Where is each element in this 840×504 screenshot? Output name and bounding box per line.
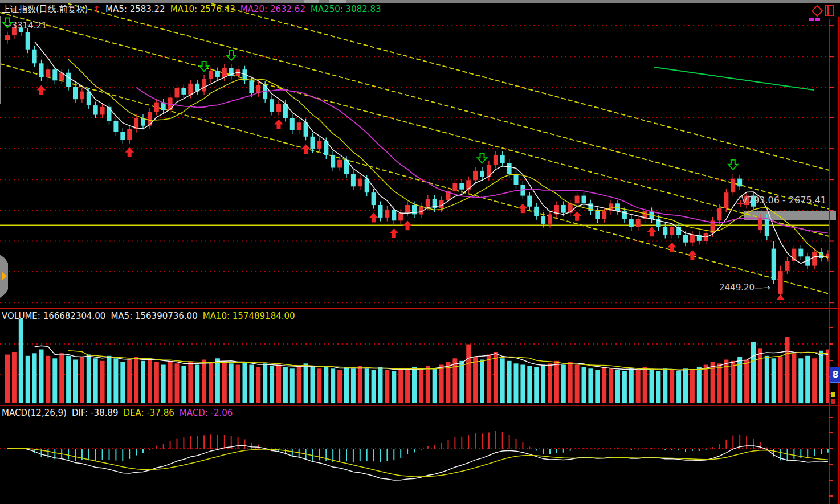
- candle-body: [636, 219, 641, 227]
- volume-bar: [263, 363, 267, 403]
- volume-bar: [426, 366, 430, 403]
- sell-arrow-icon: [199, 62, 209, 71]
- dif-value[interactable]: DIF: -38.89: [72, 408, 119, 418]
- candle-body: [602, 211, 606, 219]
- candle-body: [724, 192, 728, 208]
- volume-bar: [629, 368, 634, 403]
- macd-params[interactable]: MACD(12,26,9): [2, 408, 67, 418]
- volume-bar: [385, 370, 389, 404]
- diamond-icon: [812, 6, 822, 16]
- volume-bar: [554, 361, 559, 403]
- candle-body: [100, 107, 105, 115]
- candle-body: [215, 71, 220, 77]
- volume-bar: [609, 368, 613, 403]
- trading-app-window: 上证指数(日线.前复权)↑MA5: 2583.22MA10: 2576.43MA…: [0, 0, 840, 504]
- candle-body: [494, 155, 498, 165]
- candle-body: [473, 171, 478, 180]
- volume-bar: [107, 356, 112, 403]
- buy-arrow-icon: [647, 227, 656, 236]
- volume-bar: [59, 353, 64, 403]
- axis-label-fragment: [831, 392, 835, 397]
- channel-trendline: [0, 64, 829, 294]
- ma20-value[interactable]: MA20: 2632.62: [240, 4, 305, 14]
- volume-bar: [582, 367, 586, 403]
- candle-body: [26, 32, 30, 50]
- marker-dot-icon: [815, 18, 820, 21]
- ma250-line: [654, 67, 814, 90]
- candle-body: [372, 192, 376, 205]
- volume-bar: [473, 357, 478, 403]
- volume-bar: [717, 363, 722, 403]
- dea-value[interactable]: DEA: -37.86: [124, 408, 174, 418]
- buy-arrow-icon: [37, 85, 46, 95]
- volume-bar: [758, 348, 762, 403]
- volume-bar: [5, 355, 10, 404]
- volume-bar: [744, 360, 749, 404]
- volume-bar: [365, 368, 369, 403]
- candle-body: [358, 179, 362, 187]
- volume-bar: [663, 368, 667, 403]
- chart-canvas[interactable]: [0, 0, 840, 504]
- ma5-value[interactable]: MA5: 2583.22: [105, 4, 165, 14]
- volume-bar: [148, 358, 152, 403]
- candle-body: [466, 180, 471, 189]
- volume-bar: [622, 371, 627, 403]
- titlebar-icons[interactable]: [809, 5, 834, 21]
- candle-body: [311, 137, 315, 149]
- buy-arrow-icon: [274, 120, 283, 129]
- candle-body: [120, 132, 125, 140]
- macd-panel[interactable]: [0, 431, 828, 480]
- chart-title[interactable]: 上证指数(日线.前复权): [2, 4, 88, 14]
- volume-bar: [487, 355, 491, 404]
- volume-bar: [168, 361, 173, 403]
- candle-body: [39, 63, 44, 77]
- buy-arrow-icon: [518, 203, 527, 213]
- volume-ma10-value[interactable]: MA10: 157489184.00: [203, 311, 295, 321]
- volume-bar: [392, 371, 396, 403]
- volume-bar: [541, 365, 545, 404]
- volume-bar: [670, 370, 674, 404]
- sell-arrow-icon: [728, 160, 737, 170]
- candle-body: [772, 249, 776, 280]
- macd-header: MACD(12,26,9)DIF: -38.89DEA: -37.86MACD:…: [2, 408, 238, 418]
- candle-body: [785, 261, 790, 271]
- ma250-value[interactable]: MA250: 3082.83: [311, 4, 381, 14]
- volume-bar: [100, 361, 105, 403]
- volume-bar: [26, 356, 30, 403]
- volume-panel[interactable]: [0, 319, 830, 404]
- volume-bar: [52, 358, 57, 403]
- volume-bar: [311, 367, 315, 403]
- dea-line: [7, 449, 828, 477]
- main-kline-panel[interactable]: [0, 0, 836, 302]
- ma10-value[interactable]: MA10: 2576.43: [170, 4, 235, 14]
- volume-bar: [433, 368, 437, 403]
- volume-bar: [249, 365, 254, 404]
- volume-bar: [161, 365, 166, 404]
- volume-bar: [575, 365, 580, 404]
- candle-body: [46, 69, 50, 77]
- volume-bar: [507, 361, 512, 403]
- volume-ma5-value[interactable]: MA5: 156390736.00: [111, 311, 197, 321]
- toolbar-tab-notch: [304, 0, 319, 3]
- volume-bar: [527, 366, 532, 403]
- candle-body: [52, 69, 57, 80]
- left-panel-tab[interactable]: [0, 255, 8, 298]
- candle-body: [270, 99, 274, 112]
- volume-bar: [80, 357, 84, 403]
- low-price-callout: 2449.20—→: [719, 282, 770, 293]
- candle-body: [378, 205, 383, 218]
- volume-bar: [819, 351, 823, 403]
- volume-bar: [466, 345, 471, 404]
- candles[interactable]: [5, 24, 830, 296]
- macd-value[interactable]: MACD: -2.06: [180, 408, 233, 418]
- volume-bar: [337, 370, 342, 404]
- candle-body: [670, 227, 674, 235]
- volume-bar: [452, 358, 457, 403]
- volume-bar: [188, 362, 193, 403]
- buy-arrow-icon: [389, 228, 398, 238]
- volume-bar: [66, 356, 71, 403]
- volume-value[interactable]: VOLUME: 166682304.00: [2, 311, 105, 321]
- candle-body: [249, 80, 254, 93]
- volume-bar: [812, 358, 817, 403]
- candle-body: [765, 218, 769, 236]
